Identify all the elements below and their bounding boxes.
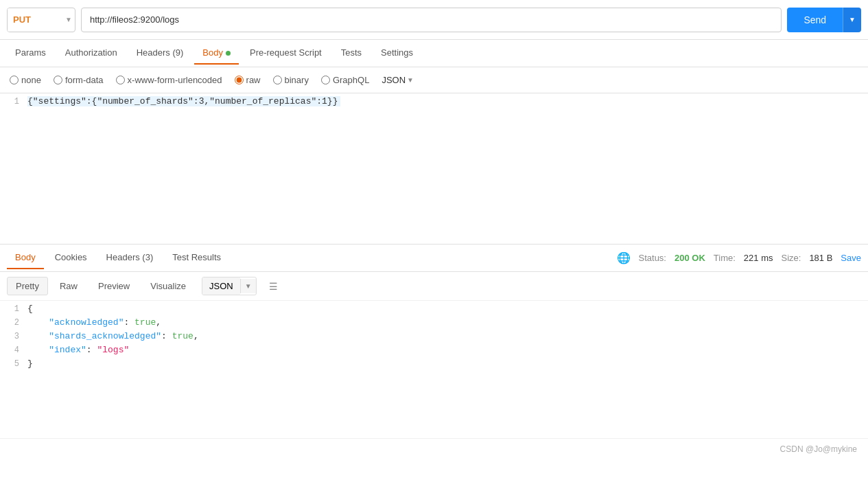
globe-icon: 🌐: [617, 251, 631, 264]
response-json-chevron-icon[interactable]: ▼: [240, 279, 256, 293]
tab-settings[interactable]: Settings: [373, 42, 421, 65]
format-tab-preview[interactable]: Preview: [89, 277, 139, 295]
resp-tab-cookies[interactable]: Cookies: [47, 247, 95, 269]
send-button-wrapper: Send ▼: [787, 8, 861, 32]
request-tabs: Params Authorization Headers (9) Body Pr…: [0, 40, 868, 67]
response-json-format-wrapper[interactable]: JSON ▼: [202, 277, 257, 295]
response-line-3: 3 "shards_acknowledged": true,: [0, 331, 868, 345]
response-meta: 🌐 Status: 200 OK Time: 221 ms Size: 181 …: [617, 251, 861, 264]
footer: CSDN @Jo@mykine: [0, 438, 868, 459]
resp-tab-test-results[interactable]: Test Results: [164, 247, 229, 269]
toolbar: PUT GET POST DELETE PATCH ▼ Send ▼: [0, 0, 868, 40]
footer-credit: CSDN @Jo@mykine: [780, 444, 857, 454]
response-line-4: 4 "index": "logs": [0, 345, 868, 359]
request-body-editor[interactable]: 1 {"settings":{"number_of_shards":3,"num…: [0, 93, 868, 245]
url-input[interactable]: [81, 8, 782, 32]
response-line-2: 2 "acknowledged": true,: [0, 317, 868, 331]
resp-tab-body[interactable]: Body: [7, 247, 44, 269]
resp-tab-headers[interactable]: Headers (3): [98, 247, 162, 269]
method-select[interactable]: PUT GET POST DELETE PATCH: [8, 8, 62, 32]
format-tab-visualize[interactable]: Visualize: [141, 277, 195, 295]
time-value: 221 ms: [744, 253, 773, 263]
tab-pre-request-script[interactable]: Pre-request Script: [242, 42, 330, 65]
save-response-button[interactable]: Save: [841, 253, 861, 263]
tab-headers[interactable]: Headers (9): [128, 42, 192, 65]
tab-tests[interactable]: Tests: [333, 42, 370, 65]
json-chevron-icon: ▼: [407, 76, 414, 84]
request-body-line-1: 1 {"settings":{"number_of_shards":3,"num…: [0, 96, 868, 110]
response-line-5: 5 }: [0, 359, 868, 372]
response-tabs-bar: Body Cookies Headers (3) Test Results 🌐 …: [0, 245, 868, 272]
response-code-editor: 1 { 2 "acknowledged": true, 3 "shards_ac…: [0, 301, 868, 438]
radio-binary[interactable]: binary: [273, 75, 309, 85]
format-tab-pretty[interactable]: Pretty: [7, 277, 48, 295]
body-active-dot: [226, 51, 231, 56]
radio-none[interactable]: none: [10, 75, 41, 85]
json-format-select[interactable]: JSON ▼: [382, 75, 414, 85]
send-dropdown-button[interactable]: ▼: [843, 8, 861, 32]
tab-body[interactable]: Body: [194, 42, 239, 65]
radio-raw[interactable]: raw: [235, 75, 261, 85]
response-format-bar: Pretty Raw Preview Visualize JSON ▼ ☰: [0, 272, 868, 301]
method-wrapper[interactable]: PUT GET POST DELETE PATCH ▼: [7, 8, 75, 32]
method-chevron-icon: ▼: [62, 16, 75, 23]
radio-graphql[interactable]: GraphQL: [321, 75, 369, 85]
response-json-format-button[interactable]: JSON: [202, 277, 240, 295]
wrap-lines-button[interactable]: ☰: [263, 277, 283, 295]
format-tab-raw[interactable]: Raw: [51, 277, 86, 295]
status-value: 200 OK: [675, 253, 705, 263]
radio-form-data[interactable]: form-data: [54, 75, 104, 85]
send-button[interactable]: Send: [787, 8, 843, 32]
response-line-1: 1 {: [0, 304, 868, 317]
tab-authorization[interactable]: Authorization: [57, 42, 126, 65]
size-value: 181 B: [809, 253, 832, 263]
tab-params[interactable]: Params: [7, 42, 54, 65]
body-type-row: none form-data x-www-form-urlencoded raw…: [0, 67, 868, 93]
radio-x-www-form-urlencoded[interactable]: x-www-form-urlencoded: [116, 75, 222, 85]
